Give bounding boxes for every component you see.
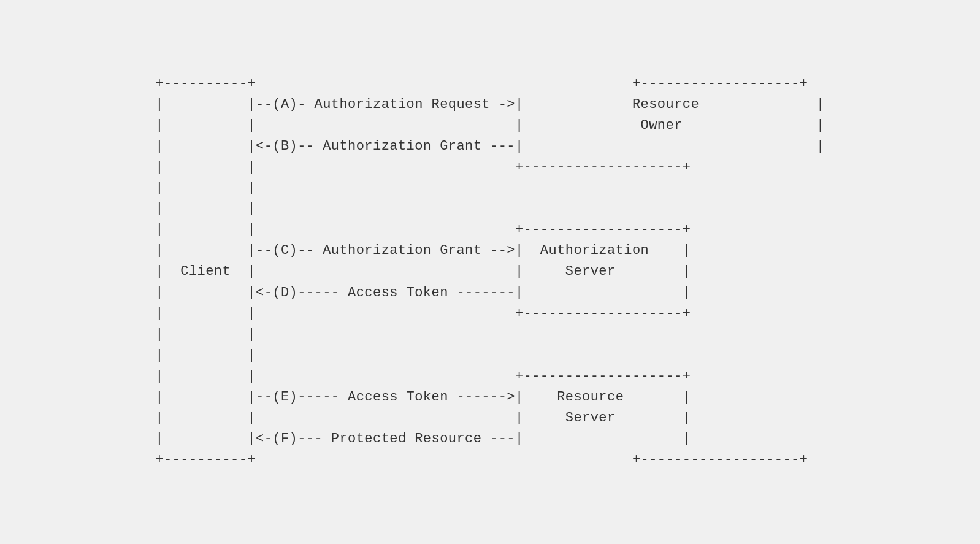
diagram-container: +----------+ +-------------------+ | |--… <box>0 0 980 544</box>
oauth-diagram: +----------+ +-------------------+ | |--… <box>155 74 824 471</box>
